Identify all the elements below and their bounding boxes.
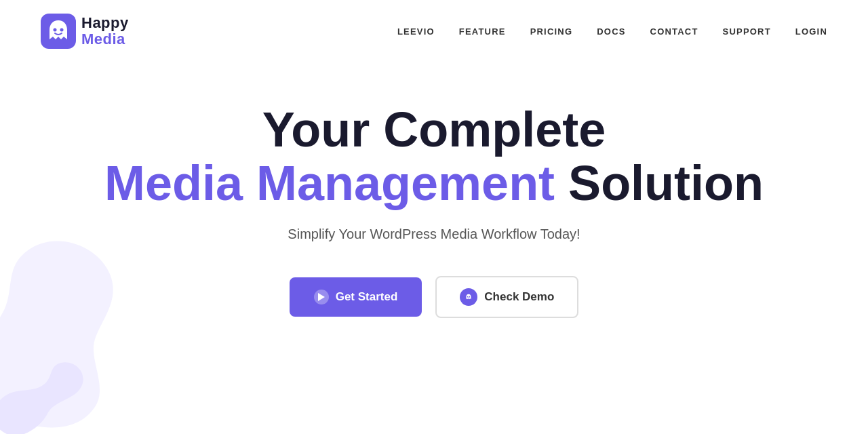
svg-marker-3 xyxy=(318,293,325,301)
svg-point-2 xyxy=(60,28,64,32)
header: Happy Media LEEVIO FEATURE PRICING DOCS … xyxy=(0,0,868,62)
hero-section: Your Complete Media Management Solution … xyxy=(0,62,868,318)
logo-icon xyxy=(41,14,76,49)
demo-icon xyxy=(460,288,477,306)
get-started-label: Get Started xyxy=(336,290,398,304)
nav-item-leevio[interactable]: LEEVIO xyxy=(397,26,435,37)
nav-item-feature[interactable]: FEATURE xyxy=(459,26,506,37)
nav-item-docs[interactable]: DOCS xyxy=(597,26,625,37)
get-started-button[interactable]: Get Started xyxy=(290,277,422,317)
svg-point-5 xyxy=(469,296,471,298)
logo[interactable]: Happy Media xyxy=(41,14,129,49)
hero-buttons: Get Started Check Demo xyxy=(290,276,579,318)
nav-item-pricing[interactable]: PRICING xyxy=(530,26,573,37)
hero-subtitle: Simplify Your WordPress Media Workflow T… xyxy=(288,226,580,242)
logo-text: Happy Media xyxy=(81,15,129,47)
svg-point-1 xyxy=(54,28,57,32)
check-demo-label: Check Demo xyxy=(484,290,554,304)
play-icon xyxy=(314,290,329,304)
logo-happy: Happy xyxy=(81,15,129,31)
check-demo-button[interactable]: Check Demo xyxy=(435,276,578,318)
nav-item-support[interactable]: SUPPORT xyxy=(723,26,771,37)
hero-title: Your Complete Media Management Solution xyxy=(104,103,764,210)
logo-media: Media xyxy=(81,31,129,47)
nav-item-login[interactable]: LOGIN xyxy=(795,26,827,37)
main-nav: LEEVIO FEATURE PRICING DOCS CONTACT SUPP… xyxy=(397,26,827,37)
hero-title-line2: Solution xyxy=(568,156,764,210)
hero-title-line1: Your Complete xyxy=(262,102,606,157)
svg-point-4 xyxy=(467,296,469,298)
nav-item-contact[interactable]: CONTACT xyxy=(650,26,698,37)
hero-title-highlight: Media Management xyxy=(104,156,555,210)
